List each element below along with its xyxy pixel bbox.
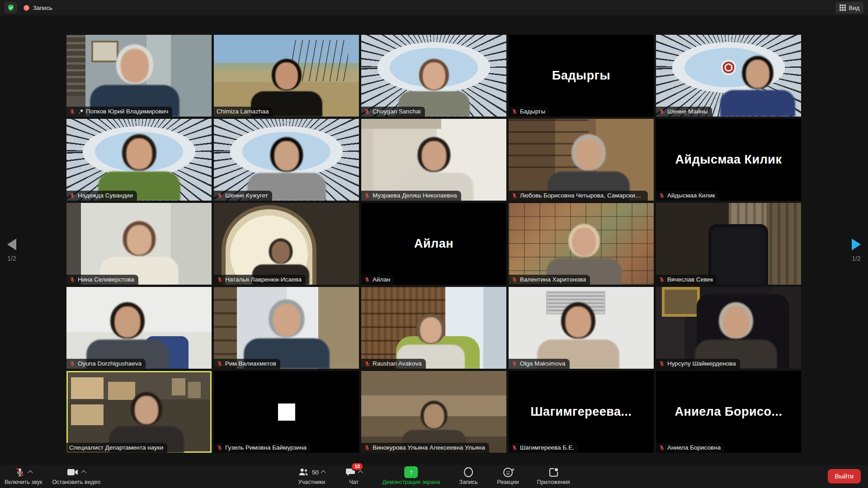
participant-name-label: Choygan Sanchai <box>361 107 425 117</box>
muted-mic-icon <box>659 277 665 283</box>
participant-tile[interactable]: Oyuna Dorzhigushaeva <box>66 287 212 369</box>
share-screen-icon: ↑ <box>405 466 418 478</box>
muted-mic-icon <box>69 277 75 283</box>
silhouette-head <box>121 49 149 83</box>
muted-mic-icon <box>217 361 223 367</box>
participant-tile[interactable]: Музраева Деляш Николаевна <box>361 119 506 201</box>
participant-tile[interactable]: Бадыргы Бадыргы <box>509 35 654 117</box>
participant-silhouette <box>720 56 796 117</box>
participant-name-label: Oyuna Dorzhigushaeva <box>66 359 146 369</box>
participant-tile[interactable]: Любовь Борисовна Четырова, Самарский уни… <box>509 119 654 201</box>
participant-name-label: Специалист Департамента науки <box>66 443 167 453</box>
participant-name: Айдысмаа Килик <box>667 192 715 199</box>
participant-display-name: Шагимгереева... <box>509 371 654 453</box>
silhouette-head <box>272 241 290 263</box>
bottom-toolbar: Включить звук Остановить видео <box>0 465 868 488</box>
prev-page-control[interactable]: 1/2 <box>7 239 16 262</box>
reactions-icon: + <box>503 468 513 477</box>
muted-mic-icon <box>364 108 370 115</box>
apps-button[interactable]: Приложения <box>537 466 570 485</box>
silhouette-torso <box>720 90 795 117</box>
participant-tile[interactable]: Гузель Римовна Баймурзина <box>214 371 359 453</box>
participant-tile[interactable]: Наталья Лавренюк-Исаева <box>214 203 359 285</box>
silhouette-head <box>423 62 445 89</box>
participant-tile[interactable]: Надежда Сувандии <box>66 119 212 201</box>
participant-tile[interactable]: Olga Maksimova <box>509 287 654 369</box>
participant-display-name: Аниела Борисо... <box>656 371 801 453</box>
view-button-label: Вид <box>849 5 859 11</box>
participant-tile[interactable]: Специалист Департамента науки <box>66 371 212 453</box>
reactions-button[interactable]: + Реакции <box>497 466 519 485</box>
participant-name: Oyuna Dorzhigushaeva <box>78 360 142 367</box>
participant-name: Попков Юрий Владимирович <box>86 108 168 115</box>
leave-button[interactable]: Выйти <box>828 469 861 483</box>
record-button[interactable]: Запись <box>458 466 479 485</box>
participant-tile[interactable]: Нина Селиверстова <box>66 203 212 285</box>
silhouette-head <box>420 317 442 343</box>
silhouette-head <box>126 138 152 169</box>
unmute-button[interactable]: Включить звук <box>5 466 42 485</box>
top-bar: Запись Вид <box>0 0 868 15</box>
participant-tile[interactable]: Шенне Майны <box>656 35 801 117</box>
prev-page-arrow-icon[interactable] <box>7 239 16 250</box>
next-page-control[interactable]: 1/2 <box>852 239 861 262</box>
recording-dot-icon <box>24 5 29 11</box>
participant-tile[interactable]: Шенне Кужугет <box>214 119 359 201</box>
participant-tile[interactable]: Айлан Айлан <box>361 203 506 285</box>
chat-button[interactable]: 10 Чат <box>344 466 364 485</box>
participant-name: Нина Селиверстова <box>78 276 134 283</box>
grid-view-icon <box>840 5 846 11</box>
participant-tile[interactable]: Валентина Харитонова <box>509 203 654 285</box>
share-screen-button[interactable]: ↑ Демонстрация экрана <box>382 466 440 485</box>
silhouette-head <box>424 404 444 428</box>
participant-name-label: Любовь Борисовна Четырова, Самарский уни… <box>509 191 648 201</box>
security-shield-button[interactable] <box>5 2 17 14</box>
participant-name: Шенне Кужугет <box>225 192 268 199</box>
muted-mic-icon <box>659 192 665 199</box>
participants-icon <box>298 468 309 477</box>
muted-mic-icon <box>217 445 223 451</box>
participant-tile[interactable]: Шагимгереева... Шагимгереева Б.Е. <box>509 371 654 453</box>
participant-name: Музраева Деляш Николаевна <box>373 192 457 199</box>
mic-muted-icon <box>14 467 25 478</box>
view-button[interactable]: Вид <box>835 2 863 14</box>
participant-tile[interactable]: Chimiza Lamazhaa <box>214 35 359 117</box>
participant-name-label: Chimiza Lamazhaa <box>214 107 273 117</box>
participants-button[interactable]: 50 Участники <box>298 466 325 485</box>
participant-name-label: Надежда Сувандии <box>66 191 137 201</box>
muted-mic-icon <box>511 361 518 367</box>
chat-badge: 10 <box>351 462 363 471</box>
participant-display-name: Айдысмаа Килик <box>656 119 801 201</box>
silhouette-head <box>723 306 749 338</box>
recording-indicator[interactable]: Запись <box>24 5 52 11</box>
stop-video-button[interactable]: Остановить видео <box>52 466 100 485</box>
participant-tile[interactable]: Попков Юрий Владимирович <box>66 35 212 117</box>
muted-mic-icon <box>659 108 665 115</box>
participant-name-label: Olga Maksimova <box>509 359 570 369</box>
mic-options-chevron[interactable] <box>28 470 33 475</box>
participant-name-label: Наталья Лавренюк-Исаева <box>214 275 306 285</box>
participant-name: Olga Maksimova <box>520 360 566 367</box>
participant-tile[interactable]: Raushan Avakova <box>361 287 506 369</box>
muted-mic-icon <box>659 445 665 451</box>
participant-name: Гузель Римовна Баймурзина <box>225 444 307 451</box>
muted-mic-icon <box>217 277 223 283</box>
participant-tile[interactable]: Вячеслав Севек <box>656 203 801 285</box>
participant-name-label: Айдысмаа Килик <box>656 191 719 201</box>
participant-name-label: Шагимгереева Б.Е. <box>509 443 578 453</box>
silhouette-head <box>745 60 769 88</box>
shield-icon <box>7 4 14 11</box>
participant-tile[interactable]: Айдысмаа Килик Айдысмаа Килик <box>656 119 801 201</box>
participant-tile[interactable]: Винокурова Ульяна Алексеевна Ульяна <box>361 371 506 453</box>
chat-options-chevron[interactable] <box>358 470 363 475</box>
next-page-arrow-icon[interactable] <box>852 239 861 250</box>
participant-silhouette <box>90 44 180 117</box>
muted-mic-icon <box>364 277 370 283</box>
participant-tile[interactable]: Choygan Sanchai <box>361 35 506 117</box>
video-options-chevron[interactable] <box>81 470 86 475</box>
silhouette-head <box>572 228 596 256</box>
participants-options-chevron[interactable] <box>321 470 326 475</box>
participant-tile[interactable]: Рим Валиахметов <box>214 287 359 369</box>
participant-tile[interactable]: Аниела Борисо... Аниела Борисовна <box>656 371 801 453</box>
participant-tile[interactable]: Нурсулу Шаймерденова <box>656 287 801 369</box>
